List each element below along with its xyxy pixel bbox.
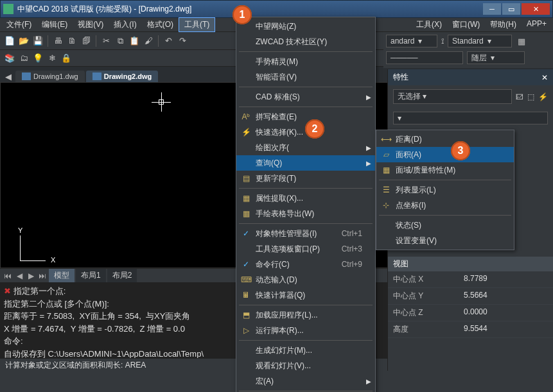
dimstyle-combo[interactable]: Standard ▾ bbox=[448, 35, 512, 47]
doc-tab-1[interactable]: Drawing1.dwg bbox=[15, 71, 85, 82]
open-icon[interactable]: 📂 bbox=[18, 35, 30, 47]
panel-close-icon[interactable]: ✕ bbox=[541, 73, 548, 82]
dyn-icon: ⌨ bbox=[239, 275, 253, 284]
check-icon: ✓ bbox=[239, 229, 253, 238]
point-icon: ⊹ bbox=[379, 201, 393, 210]
menu-load-app[interactable]: ⬒加载应用程序(L)... bbox=[236, 307, 375, 323]
copy-icon[interactable]: ⧉ bbox=[114, 35, 126, 47]
menu-status[interactable]: 状态(S) bbox=[376, 217, 514, 233]
tab-last-icon[interactable]: ⏭ bbox=[37, 271, 48, 280]
qselect-icon: ⚡ bbox=[239, 128, 253, 137]
spell-icon: Aᵇ bbox=[239, 112, 253, 121]
publish-icon[interactable]: 🗐 bbox=[80, 35, 92, 47]
menu-run-script[interactable]: ▷运行脚本(R)... bbox=[236, 323, 375, 338]
menu-gesture[interactable]: 手势精灵(M) bbox=[236, 54, 375, 69]
flash-icon[interactable]: ⚡ bbox=[538, 92, 548, 101]
menu-draw-order[interactable]: 绘图次序(▶ bbox=[236, 140, 375, 155]
linetype-combo[interactable]: ───── bbox=[386, 51, 463, 64]
tools-menu: 中望网站(Z) ZWCAD 技术社区(Y) 手势精灵(M) 智能语音(V) CA… bbox=[236, 17, 376, 392]
match-icon[interactable]: 🖌 bbox=[143, 35, 154, 47]
menu-attr-extract[interactable]: ▦属性提取(X)... bbox=[236, 191, 375, 206]
menu-app[interactable]: APP+ bbox=[522, 18, 552, 31]
menu-cad-standards[interactable]: CAD 标准(S)▶ bbox=[236, 89, 375, 105]
style-toolbar: andard ▾ ⟟ Standard ▾ ▦ ───── 随层 ▾ bbox=[383, 32, 553, 68]
dimstyle-icon: ⟟ bbox=[441, 37, 444, 46]
menu-setvar[interactable]: 设置变量(V) bbox=[376, 233, 514, 248]
load-icon: ⬒ bbox=[239, 311, 253, 320]
menu-tool-palette[interactable]: 工具选项板窗口(P)Ctrl+3 bbox=[236, 241, 375, 257]
menu-window[interactable]: 窗口(W) bbox=[447, 18, 485, 31]
menu-properties[interactable]: ✓对象特性管理器(I)Ctrl+1 bbox=[236, 226, 375, 241]
doc-tab-label: Drawing2.dwg bbox=[104, 72, 152, 80]
dwg-icon bbox=[92, 72, 101, 80]
menu-massprops[interactable]: ▦面域/质量特性(M) bbox=[376, 162, 514, 178]
layer-off-icon[interactable]: 💡 bbox=[32, 53, 44, 64]
plot-preview-icon[interactable]: 🗎 bbox=[66, 35, 78, 47]
menu-view-slide[interactable]: 观看幻灯片(V)... bbox=[236, 358, 375, 373]
tab-layout1[interactable]: 布局1 bbox=[76, 269, 106, 282]
menu-macro[interactable]: 宏(A)▶ bbox=[236, 373, 375, 389]
menu-list[interactable]: ☰列表显示(L) bbox=[376, 182, 514, 198]
mass-icon: ▦ bbox=[379, 166, 393, 175]
menu-quickcalc[interactable]: 🖩快速计算器(Q) bbox=[236, 287, 375, 303]
quickselect-icon[interactable]: 🗠 bbox=[516, 92, 523, 101]
menu-distance[interactable]: ⟷距离(D) bbox=[376, 132, 514, 147]
menu-format[interactable]: 格式(O) bbox=[142, 18, 179, 31]
tab-next-icon[interactable]: ▶ bbox=[26, 271, 36, 280]
menu-zwweb[interactable]: 中望网站(Z) bbox=[236, 19, 375, 34]
tab-prev-icon[interactable]: ◀ bbox=[14, 271, 24, 280]
menu-table-export[interactable]: ▦手绘表格导出(W) bbox=[236, 206, 375, 221]
menu-insert[interactable]: 插入(I) bbox=[109, 18, 141, 31]
menu-zwcad-community[interactable]: ZWCAD 技术社区(Y) bbox=[236, 34, 375, 49]
menu-file[interactable]: 文件(F) bbox=[1, 18, 37, 31]
tab-first-icon[interactable]: ⏮ bbox=[3, 271, 13, 280]
callout-2: 2 bbox=[305, 119, 324, 139]
menu-area[interactable]: ▱面积(A) bbox=[376, 147, 514, 162]
layer-states-icon[interactable]: 🗂 bbox=[18, 53, 30, 64]
cut-icon[interactable]: ✂ bbox=[100, 35, 112, 47]
menu-id-point[interactable]: ⊹点坐标(I) bbox=[376, 198, 514, 213]
app-icon bbox=[3, 4, 13, 14]
menu-spellcheck[interactable]: Aᵇ拼写检查(E) bbox=[236, 109, 375, 124]
doc-tab-2[interactable]: Drawing2.dwg bbox=[86, 71, 159, 82]
field-icon: ▤ bbox=[239, 174, 253, 183]
print-icon[interactable]: 🖶 bbox=[52, 35, 64, 47]
doc-tab-label: Drawing1.dwg bbox=[33, 72, 78, 80]
tab-prev-icon[interactable]: ◀ bbox=[3, 71, 14, 82]
menu-view[interactable]: 视图(V) bbox=[73, 18, 109, 31]
new-icon[interactable]: 📄 bbox=[4, 35, 15, 47]
style-button-icon[interactable]: ▦ bbox=[516, 35, 527, 47]
select-object-icon[interactable]: ⬚ bbox=[527, 92, 534, 101]
menu-edit[interactable]: 编辑(E) bbox=[37, 18, 73, 31]
tab-layout2[interactable]: 布局2 bbox=[107, 269, 137, 282]
menu-update-field[interactable]: ▤更新字段(T) bbox=[236, 171, 375, 186]
close-button[interactable]: ✕ bbox=[522, 3, 550, 15]
lineweight-combo[interactable]: 随层 ▾ bbox=[467, 51, 525, 64]
redo-icon[interactable]: ↷ bbox=[177, 35, 188, 47]
maximize-button[interactable]: ▭ bbox=[502, 3, 520, 15]
layer-manager-icon[interactable]: 📚 bbox=[4, 53, 15, 64]
prop-category-combo[interactable]: ▾ bbox=[393, 112, 548, 124]
layer-lock-icon[interactable]: 🔒 bbox=[60, 53, 72, 64]
callout-1: 1 bbox=[233, 5, 252, 24]
menu-voice[interactable]: 智能语音(V) bbox=[236, 69, 375, 85]
menu-dynamic-input[interactable]: ⌨动态输入(D) bbox=[236, 272, 375, 287]
menu-help[interactable]: 帮助(H) bbox=[485, 18, 522, 31]
selection-combo[interactable]: 无选择 ▾ bbox=[393, 89, 512, 104]
menu-query[interactable]: 查询(Q)▶ bbox=[236, 155, 375, 171]
area-icon: ▱ bbox=[379, 150, 393, 159]
callout-3: 3 bbox=[451, 141, 470, 160]
textstyle-combo[interactable]: andard ▾ bbox=[386, 35, 437, 47]
save-icon[interactable]: 💾 bbox=[32, 35, 44, 47]
undo-icon[interactable]: ↶ bbox=[162, 35, 174, 47]
properties-title: 特性 bbox=[393, 72, 408, 83]
table-icon: ▦ bbox=[239, 209, 253, 218]
menu-tools-right[interactable]: 工具(X) bbox=[411, 18, 447, 31]
tab-model[interactable]: 模型 bbox=[49, 269, 75, 282]
menu-commandline[interactable]: ✓命令行(C)Ctrl+9 bbox=[236, 257, 375, 272]
menu-tools[interactable]: 工具(T) bbox=[179, 17, 215, 32]
paste-icon[interactable]: 📋 bbox=[128, 35, 140, 47]
menu-make-slide[interactable]: 生成幻灯片(M)... bbox=[236, 343, 375, 358]
layer-freeze-icon[interactable]: ❄ bbox=[46, 53, 58, 64]
minimize-button[interactable]: ─ bbox=[483, 3, 501, 15]
